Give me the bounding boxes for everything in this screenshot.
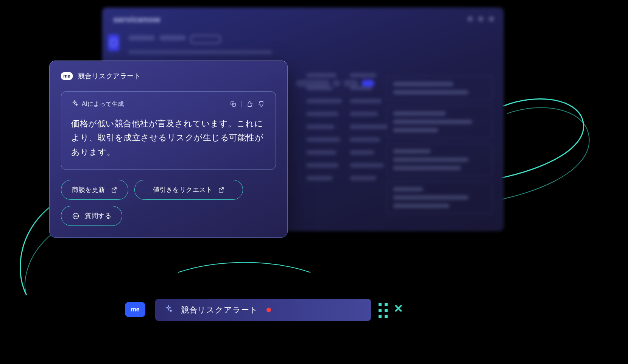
ai-body-text: 価格が低い競合他社が言及されています。これにより、取引を成立させるリスクが生じる… xyxy=(71,117,266,159)
request-discount-label: 値引きをリクエスト xyxy=(153,185,213,194)
copy-icon[interactable] xyxy=(229,100,237,108)
svg-point-4 xyxy=(75,216,76,216)
ask-question-label: 質問する xyxy=(85,212,111,220)
bg-toolbar xyxy=(296,80,374,87)
left-rail-icon xyxy=(108,34,119,51)
sparkle-icon xyxy=(71,100,78,108)
card-actions: 商談を更新 値引きをリクエスト 質問する xyxy=(61,180,276,226)
sparkle-icon xyxy=(164,305,173,315)
update-opportunity-label: 商談を更新 xyxy=(72,185,105,194)
brand-logo: servicenow xyxy=(113,15,492,25)
ai-generated-box: AIによって生成 xyxy=(61,91,276,170)
decorative-dots xyxy=(379,303,388,318)
bg-tabs xyxy=(128,35,492,44)
update-opportunity-button[interactable]: 商談を更新 xyxy=(61,180,128,200)
decorative-x-icon: ✕ xyxy=(394,302,402,315)
me-badge-blue[interactable]: me xyxy=(125,302,145,317)
notification-bar[interactable]: 競合リスクアラート xyxy=(155,299,371,321)
me-badge-icon: me xyxy=(61,72,73,80)
red-indicator-dot xyxy=(266,308,271,312)
svg-point-3 xyxy=(74,216,75,216)
me-badge-blue-text: me xyxy=(131,306,139,313)
chat-icon xyxy=(72,212,79,220)
card-title: 競合リスクアラート xyxy=(78,72,141,81)
alert-card: me 競合リスクアラート AIによって生成 xyxy=(49,61,288,238)
bg-subtitle xyxy=(128,50,272,54)
bg-side-panels xyxy=(386,76,492,214)
ask-question-button[interactable]: 質問する xyxy=(61,206,122,226)
request-discount-button[interactable]: 値引きをリクエスト xyxy=(134,180,243,200)
svg-point-5 xyxy=(77,216,78,216)
divider xyxy=(241,101,242,107)
external-link-icon xyxy=(111,187,117,193)
window-controls xyxy=(467,16,494,22)
card-header: me 競合リスクアラート xyxy=(61,72,276,81)
external-link-icon xyxy=(218,187,224,193)
notification-title: 競合リスクアラート xyxy=(181,305,258,315)
thumbs-up-icon[interactable] xyxy=(245,100,254,108)
thumbs-down-icon[interactable] xyxy=(257,100,266,108)
ai-generated-label: AIによって生成 xyxy=(82,100,124,108)
